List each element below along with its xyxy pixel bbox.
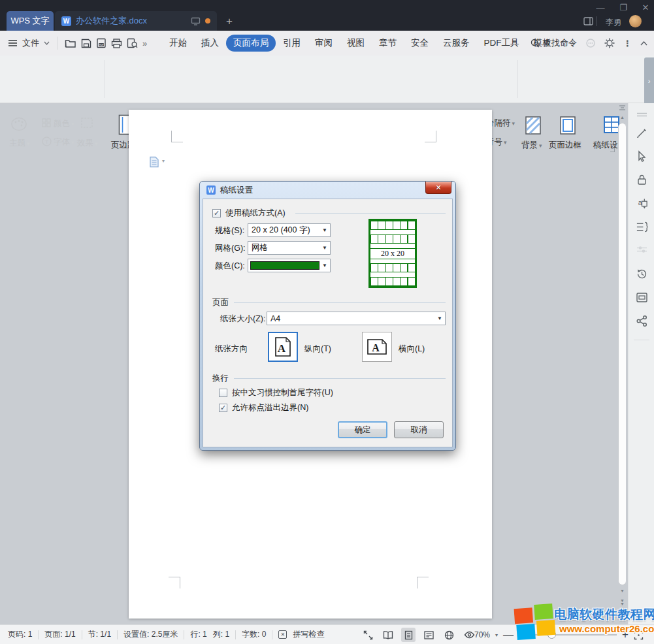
doc-options-icon[interactable] <box>149 156 159 168</box>
menubar: 文件 PDF » 开始 插入 页面布局 引用 审阅 视图 章节 安全 云服务 P… <box>0 31 654 56</box>
dialog-close-button[interactable]: ✕ <box>425 182 451 194</box>
landscape-option[interactable]: A <box>362 332 392 362</box>
zoom-in-button[interactable]: + <box>622 628 629 641</box>
outline-view-icon[interactable] <box>421 628 436 642</box>
tab-security[interactable]: 安全 <box>404 35 436 52</box>
avatar[interactable] <box>629 15 642 27</box>
section-status[interactable]: 节: 1/1 <box>88 629 111 640</box>
paper-size-value: A4 <box>267 314 434 323</box>
titlebar: WPS 文字 W 办公软件之家.docx + — ❐ ✕ 李勇 <box>0 0 654 31</box>
new-tab-button[interactable]: + <box>226 15 233 28</box>
export-pdf-icon[interactable]: PDF <box>96 38 106 48</box>
minimize-button[interactable]: — <box>591 3 610 12</box>
color-dropdown[interactable]: ▼ <box>248 259 331 272</box>
tab-insert[interactable]: 插入 <box>194 35 226 52</box>
wrap-rule1-checkbox[interactable] <box>219 389 227 397</box>
file-menu[interactable]: 文件 <box>22 37 39 49</box>
share-icon[interactable] <box>636 315 648 327</box>
lock-icon[interactable] <box>636 174 648 186</box>
word-count-status[interactable]: 字数: 0 <box>242 629 266 640</box>
grid-dropdown[interactable]: 网格 ▼ <box>248 241 331 255</box>
scroll-up-icon[interactable]: ▲ <box>618 115 627 120</box>
tab-pdf-tools[interactable]: PDF工具 <box>477 35 527 52</box>
hamburger-icon[interactable] <box>8 39 18 47</box>
use-manuscript-row: ✓ 使用稿纸方式(A) <box>212 208 446 219</box>
column-status[interactable]: 列: 1 <box>213 629 229 640</box>
maximize-button[interactable]: ❐ <box>614 3 632 12</box>
book-view-icon[interactable] <box>381 628 395 642</box>
chat-icon[interactable] <box>585 39 596 48</box>
zoom-level[interactable]: 70% <box>474 630 490 639</box>
scroll-down-icon[interactable]: ▼ <box>618 588 627 593</box>
document-tab[interactable]: W 办公软件之家.docx <box>55 11 217 31</box>
tab-view[interactable]: 视图 <box>340 35 372 52</box>
fullscreen-view-icon[interactable] <box>361 628 375 642</box>
manuscript-settings-dialog: W 稿纸设置 ✕ ✓ 使用稿纸方式(A) 规格(S): 20 x 20 (400… <box>199 181 456 451</box>
doc-options-caret-icon[interactable]: ▾ <box>162 158 165 164</box>
print-preview-icon[interactable] <box>127 38 138 48</box>
use-manuscript-checkbox[interactable]: ✓ <box>212 209 221 217</box>
tab-references[interactable]: 引用 <box>276 35 308 52</box>
ruler-toggle-icon[interactable] <box>619 105 626 111</box>
outline-panel-icon[interactable] <box>636 221 648 233</box>
portrait-label: 纵向(T) <box>304 344 331 355</box>
translate-icon[interactable]: a <box>636 197 648 210</box>
sidebar-toggle-icon[interactable] <box>583 17 593 25</box>
pen-edit-icon[interactable] <box>636 127 648 139</box>
dialog-titlebar[interactable]: W 稿纸设置 <box>203 182 453 199</box>
page-section-label: 页面 <box>212 297 229 308</box>
spell-check-status[interactable]: 拼写检查 <box>293 629 324 640</box>
ribbon-expand-strip[interactable]: › <box>644 57 654 105</box>
spec-dropdown[interactable]: 20 x 20 (400 字) ▼ <box>248 223 331 237</box>
status-separator <box>272 630 272 639</box>
sidebar-divider <box>634 340 649 340</box>
zoom-caret-icon[interactable]: ▾ <box>495 632 498 638</box>
more-tools-icon[interactable]: » <box>142 39 147 48</box>
tab-section[interactable]: 章节 <box>372 35 404 52</box>
app-tab[interactable]: WPS 文字 <box>7 11 54 31</box>
fit-page-icon[interactable] <box>634 630 644 640</box>
wrap-rule2-checkbox[interactable]: ✓ <box>219 404 227 412</box>
history-icon[interactable] <box>636 268 648 280</box>
setting-value-status[interactable]: 设置值: 2.5厘米 <box>123 629 178 640</box>
user-name[interactable]: 李勇 <box>606 17 621 28</box>
paper-size-label: 纸张大小(Z): <box>220 314 265 325</box>
preview-spec-label: 20 x 20 <box>370 248 415 259</box>
next-page-icon[interactable]: ▼▼ <box>618 599 627 605</box>
portrait-option[interactable]: A <box>268 332 298 362</box>
sidebar-handle-icon[interactable] <box>636 108 648 121</box>
more-menu-icon[interactable]: ⋮ <box>623 39 632 48</box>
collapse-ribbon-icon[interactable] <box>640 41 647 46</box>
tab-page-layout[interactable]: 页面布局 <box>226 35 276 52</box>
select-browse-object-icon[interactable] <box>620 613 625 617</box>
page-border-button[interactable]: 页面边框 <box>549 140 581 151</box>
pages-status[interactable]: 页面: 1/1 <box>44 629 75 640</box>
zoom-slider[interactable] <box>519 634 617 636</box>
paper-size-dropdown[interactable]: A4 ▼ <box>267 312 446 325</box>
close-window-button[interactable]: ✕ <box>636 3 654 12</box>
cancel-button[interactable]: 取消 <box>394 421 444 438</box>
save-icon[interactable] <box>81 39 91 48</box>
dimmed-tool-icon[interactable] <box>636 244 648 257</box>
print-icon[interactable] <box>111 39 122 48</box>
ok-button[interactable]: 确定 <box>338 421 387 438</box>
line-status[interactable]: 行: 1 <box>190 629 206 640</box>
tab-home[interactable]: 开始 <box>162 35 194 52</box>
select-cursor-icon[interactable] <box>636 150 648 163</box>
scrollbar-thumb[interactable] <box>618 123 627 585</box>
find-command[interactable]: 查找命令 <box>531 37 577 49</box>
tab-cloud[interactable]: 云服务 <box>436 35 477 52</box>
navigation-card-icon[interactable] <box>636 291 648 304</box>
open-folder-icon[interactable] <box>65 39 76 48</box>
background-button[interactable]: 背景 <box>521 140 542 151</box>
page-view-icon[interactable] <box>401 628 416 642</box>
color-swatch <box>250 261 319 270</box>
zoom-out-button[interactable]: — <box>503 629 514 641</box>
page-number-status[interactable]: 页码: 1 <box>8 629 32 640</box>
web-view-icon[interactable] <box>442 628 456 642</box>
gear-icon[interactable] <box>604 38 615 48</box>
margin-mark-bottom-left <box>169 577 180 588</box>
zoom-slider-thumb[interactable] <box>548 630 556 639</box>
tab-review[interactable]: 审阅 <box>308 35 340 52</box>
wps-dialog-icon: W <box>206 185 216 195</box>
